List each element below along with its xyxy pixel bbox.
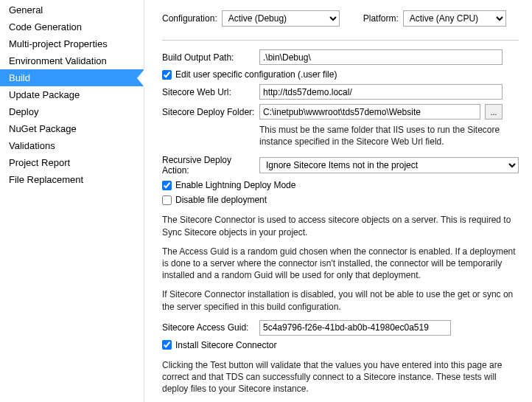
deploy-folder-input[interactable]	[259, 104, 480, 119]
sidebar-item-label: Project Report	[9, 157, 70, 168]
connector-para: The Sitecore Connector is used to access…	[162, 214, 519, 238]
lightning-row: Enable Lightning Deploy Mode	[162, 180, 519, 190]
sidebar-item-label: Environment Validation	[9, 55, 107, 66]
platform-select[interactable]: Active (Any CPU)	[403, 10, 506, 27]
sidebar-item-multi-project[interactable]: Multi-project Properties	[0, 35, 144, 52]
install-connector-label: Install Sitecore Connector	[175, 340, 276, 350]
edit-user-checkbox[interactable]	[162, 70, 172, 80]
sidebar-item-label: General	[9, 4, 43, 15]
sidebar: General Code Generation Multi-project Pr…	[0, 0, 144, 402]
platform-label: Platform:	[363, 13, 399, 24]
web-url-input[interactable]	[259, 84, 503, 100]
sidebar-item-nuget[interactable]: NuGet Package	[0, 120, 144, 137]
sidebar-item-label: Multi-project Properties	[9, 38, 108, 49]
web-url-label: Sitecore Web Url:	[162, 87, 259, 97]
sidebar-item-general[interactable]: General	[0, 1, 144, 18]
configuration-select[interactable]: Active (Debug)	[222, 10, 340, 27]
divider	[162, 40, 519, 41]
sidebar-item-build[interactable]: Build	[0, 69, 144, 86]
sidebar-item-deploy[interactable]: Deploy	[0, 103, 144, 120]
sidebar-item-label: Code Generation	[9, 21, 82, 32]
sidebar-item-label: NuGet Package	[9, 123, 77, 134]
web-url-row: Sitecore Web Url:	[162, 84, 519, 100]
browse-button[interactable]: ...	[485, 104, 503, 119]
main-panel: Configuration: Active (Debug) Platform: …	[144, 0, 532, 402]
sidebar-item-file-replacement[interactable]: File Replacement	[0, 171, 144, 188]
access-guid-label: Sitecore Access Guid:	[162, 322, 259, 333]
sidebar-item-label: Update Package	[9, 89, 80, 100]
access-guid-row: Sitecore Access Guid:	[162, 320, 519, 336]
top-bar: Configuration: Active (Debug) Platform: …	[162, 10, 519, 27]
sidebar-item-label: Validations	[9, 140, 55, 151]
recursive-label: Recursive Deploy Action:	[162, 155, 259, 176]
sidebar-item-update-package[interactable]: Update Package	[0, 86, 144, 103]
build-output-input[interactable]	[259, 49, 503, 65]
sidebar-item-label: Build	[9, 72, 30, 83]
install-connector-row: Install Sitecore Connector	[162, 340, 519, 350]
edit-user-label: Edit user specific configuration (.user …	[175, 69, 337, 80]
recursive-select[interactable]: Ignore Sitecore Items not in the project	[259, 157, 519, 173]
sidebar-item-project-report[interactable]: Project Report	[0, 154, 144, 171]
deploy-folder-label: Sitecore Deploy Folder:	[162, 107, 259, 117]
disable-file-checkbox[interactable]	[162, 195, 172, 205]
sidebar-item-label: Deploy	[9, 106, 38, 117]
deploy-folder-hint: This must be the same folder that IIS us…	[259, 124, 510, 148]
deploy-folder-row: Sitecore Deploy Folder: ...	[162, 104, 519, 119]
access-guid-para: The Access Guid is a random guid chosen …	[162, 246, 519, 282]
test-para: Clicking the Test button will validate t…	[162, 359, 519, 395]
install-connector-checkbox[interactable]	[162, 340, 172, 350]
edit-user-row: Edit user specific configuration (.user …	[162, 69, 519, 80]
disable-file-label: Disable file deployment	[175, 195, 267, 205]
lightning-label: Enable Lightning Deploy Mode	[175, 180, 295, 190]
disable-file-row: Disable file deployment	[162, 195, 519, 205]
disabled-para: If Sitecore Connector installation is di…	[162, 288, 519, 312]
sidebar-item-code-generation[interactable]: Code Generation	[0, 18, 144, 35]
sidebar-item-env-validation[interactable]: Environment Validation	[0, 52, 144, 69]
build-output-row: Build Output Path:	[162, 49, 519, 65]
sidebar-item-validations[interactable]: Validations	[0, 137, 144, 154]
lightning-checkbox[interactable]	[162, 181, 172, 190]
configuration-label: Configuration:	[162, 13, 217, 24]
recursive-row: Recursive Deploy Action: Ignore Sitecore…	[162, 155, 519, 176]
build-output-label: Build Output Path:	[162, 52, 259, 63]
sidebar-item-label: File Replacement	[9, 174, 83, 185]
access-guid-input[interactable]	[259, 320, 451, 336]
